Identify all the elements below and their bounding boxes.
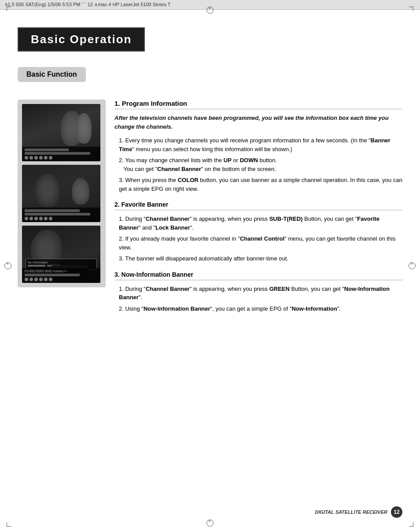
screen-dot	[29, 278, 33, 281]
list-item: 2. If you already made your favorite cha…	[114, 234, 402, 252]
tv-screen-1-overlay	[22, 147, 100, 161]
corner-mark-tr	[409, 7, 413, 11]
list-item: 3. When you press the COLOR button, you …	[114, 176, 402, 193]
section-program-information: 1. Program Information After the televis…	[114, 100, 402, 193]
screen-dot	[44, 217, 48, 220]
section1-list: 1. Every time you change channels you wi…	[114, 136, 402, 193]
screen-dot	[25, 156, 28, 160]
main-title: Basic Operation	[31, 33, 132, 46]
screen-dot	[25, 217, 28, 220]
screen-dots-3	[25, 278, 98, 281]
main-title-box: Basic Operation	[18, 28, 144, 51]
screen-dot	[49, 156, 52, 160]
page-number: 12	[391, 506, 402, 518]
screen-dot	[34, 156, 38, 160]
list-item: 1. During "Channel Banner" is appearing,…	[114, 215, 402, 232]
section1-title: 1. Program Information	[114, 100, 402, 109]
screen-dot	[29, 217, 33, 220]
section1-number: 1.	[114, 100, 122, 107]
screen-dot	[44, 156, 48, 160]
section2-list: 1. During "Channel Banner" is appearing,…	[114, 215, 402, 263]
screen-dot	[39, 278, 43, 281]
screen-bar-2	[25, 152, 90, 155]
section-now-information: 3. Now-Information Banner 1. During "Cha…	[114, 271, 402, 313]
section1-label: Program Information	[122, 100, 187, 107]
corner-mark-bl	[7, 522, 11, 527]
screen-dot	[34, 217, 38, 220]
screen-dot	[29, 156, 33, 160]
list-item: 1. Every time you change channels you wi…	[114, 136, 402, 153]
tv-screen-2-overlay	[22, 208, 100, 222]
list-item: 3. The banner will disappeared automatic…	[114, 254, 402, 263]
section-header: Basic Function	[18, 67, 86, 82]
screen-dot	[44, 278, 48, 281]
tv-screen-2	[22, 165, 100, 222]
screen-dot	[49, 278, 52, 281]
screen-bar	[25, 274, 80, 276]
footer-label: DIGITAL SATELLITE RECEIVER	[315, 509, 387, 515]
list-item: 2. You may change channel lists with the…	[114, 156, 402, 173]
right-column-text: 1. Program Information After the televis…	[114, 100, 402, 321]
reg-mark-bottom	[206, 520, 214, 527]
section3-title: 3. Now-Information Banner	[114, 271, 402, 280]
tv-screen-3: No Information F5 REUTERS WNO KANAUT •	[22, 226, 100, 283]
main-title-container: Basic Operation	[18, 27, 145, 52]
left-column-images: No Information F5 REUTERS WNO KANAUT •	[18, 100, 106, 287]
list-item: 1. During "Channel Banner" is appearing,…	[114, 285, 402, 302]
screen-dot	[34, 278, 38, 281]
screen-dots-1	[25, 156, 98, 160]
list-item: 2. Using "Now-Information Banner", you c…	[114, 304, 402, 313]
two-column-layout: No Information F5 REUTERS WNO KANAUT •	[18, 100, 402, 321]
page-content: Basic Operation Basic Function	[0, 10, 420, 334]
section3-list: 1. During "Channel Banner" is appearing,…	[114, 285, 402, 313]
reg-mark-right	[409, 262, 416, 269]
corner-mark-br	[409, 522, 413, 527]
screen-dot	[25, 278, 28, 281]
reg-mark-top	[206, 7, 214, 14]
screen-dot	[39, 156, 43, 160]
screen-bar	[25, 209, 80, 212]
tv-screen-1	[22, 104, 100, 161]
section2-title: 2. Favorite Banner	[114, 201, 402, 210]
corner-mark-tl	[7, 7, 11, 11]
screen-dot	[49, 217, 52, 220]
screen-dot	[39, 217, 43, 220]
section1-intro: After the television channels have been …	[114, 114, 402, 131]
section-favorite-banner: 2. Favorite Banner 1. During "Channel Ba…	[114, 201, 402, 263]
tv-screen-3-overlay: F5 REUTERS WNO KANAUT •	[22, 268, 100, 283]
section-header-area: Basic Function	[18, 67, 402, 91]
screen-bar	[25, 213, 90, 215]
reg-mark-left	[4, 262, 11, 269]
screen-bar-1	[25, 149, 69, 151]
section-header-title: Basic Function	[26, 71, 77, 78]
header-text: k1.5 500 SAT(Eng) 1/5/06 5:53 PM ˘ ` 12 …	[5, 2, 170, 7]
screen-dots-2	[25, 217, 98, 220]
page-footer: DIGITAL SATELLITE RECEIVER 12	[315, 506, 402, 518]
